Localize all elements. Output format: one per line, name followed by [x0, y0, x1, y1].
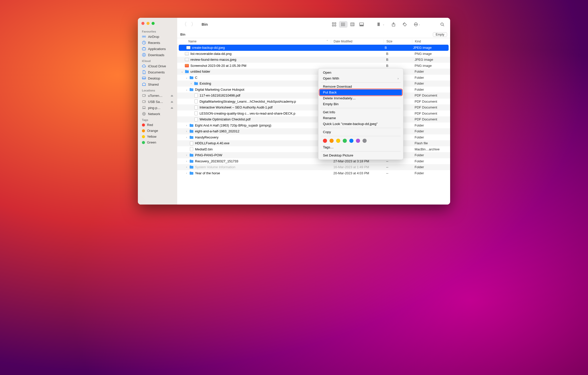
file-row[interactable]: list-recoverable-data-dd.pngBPNG image [177, 51, 450, 57]
disclosure-icon[interactable]: › [185, 130, 188, 133]
menu-item[interactable]: Rename [318, 115, 403, 121]
disclosure-icon[interactable]: ⌄ [185, 88, 188, 91]
sidebar-item[interactable]: Recents [138, 40, 177, 46]
disclosure-icon[interactable]: › [185, 154, 188, 157]
disclosure-icon[interactable]: › [190, 82, 192, 85]
share-button[interactable] [389, 21, 398, 28]
column-name[interactable]: Name⌃ [177, 40, 331, 43]
disclosure-icon[interactable]: › [185, 160, 188, 163]
file-row[interactable]: Website Optimization Checklist.pdfBPDF D… [177, 116, 450, 122]
file-row[interactable]: ⌄Digital Marketing Course Hubspot--Folde… [177, 87, 450, 93]
search-button[interactable] [438, 21, 447, 28]
file-row[interactable]: MediaID.binesMacBin…archive [177, 146, 450, 152]
folder-icon [189, 123, 193, 127]
sidebar-item-label: AirDrop [148, 35, 159, 39]
disclosure-icon[interactable]: ⌄ [185, 76, 188, 79]
sidebar-item-label: uTorren… [148, 94, 162, 98]
file-row[interactable]: ›PING-PANG-POW23-Jun-2023 at 2:58 PM--Fo… [177, 152, 450, 158]
file-row[interactable]: ›System Volume Information16-Mar-2023 at… [177, 164, 450, 170]
column-kind[interactable]: Kind [412, 40, 450, 43]
eject-icon[interactable]: ⏏ [171, 100, 173, 103]
view-gallery-button[interactable] [357, 21, 366, 28]
disclosure-icon[interactable]: › [185, 172, 188, 175]
sidebar-item[interactable]: iCloud Drive [138, 63, 177, 69]
menu-item[interactable]: Copy [318, 129, 403, 135]
eject-icon[interactable]: ⏏ [171, 106, 173, 110]
tags-button[interactable] [400, 21, 409, 28]
sidebar-item[interactable]: ping-p…⏏ [138, 105, 177, 111]
menu-item[interactable]: Open [318, 70, 403, 75]
tag-color-dot[interactable] [356, 139, 360, 143]
menu-item[interactable]: Put Back [320, 89, 402, 95]
file-row[interactable]: ›HandyRecovery--Folder [177, 134, 450, 140]
disclosure-icon[interactable]: › [185, 136, 188, 139]
file-row[interactable]: ›Recovery_20230327_15173327-Mar-2023 at … [177, 158, 450, 164]
view-list-button[interactable] [339, 21, 348, 28]
empty-trash-button[interactable]: Empty [433, 32, 447, 37]
forward-button[interactable]: 〉 [191, 21, 196, 28]
view-columns-button[interactable] [348, 21, 357, 28]
file-row[interactable]: Interactive Worksheet – SEO Authority Au… [177, 104, 450, 111]
back-button[interactable]: 〈 [182, 21, 187, 28]
tag-color-dot[interactable] [336, 139, 340, 143]
menu-item[interactable]: Empty Bin [318, 101, 403, 107]
menu-item[interactable]: Quick Look "create-backup-dd.jpeg" [318, 121, 403, 127]
group-button[interactable]: ⌄ [375, 21, 387, 28]
img-icon [185, 58, 189, 62]
file-row[interactable]: DigitalMarketingStrategy_Learni…hCheckli… [177, 99, 450, 105]
sidebar-item[interactable]: Network [138, 111, 177, 117]
sidebar-item[interactable]: Red [138, 122, 177, 128]
file-row[interactable]: ›Year of the horse20-Mar-2023 at 4:03 PM… [177, 170, 450, 176]
column-size[interactable]: Size [384, 40, 412, 43]
file-row[interactable]: review-found-items-macos.jpegBJPEG image [177, 57, 450, 63]
sidebar-item[interactable]: Green [138, 139, 177, 145]
file-row[interactable]: HDDLLFsetup.4.40.exeBFlash file [177, 140, 450, 146]
menu-item[interactable]: Tags… [318, 144, 403, 150]
sidebar-item[interactable]: Applications [138, 46, 177, 52]
sidebar-item[interactable]: Desktop [138, 75, 177, 81]
tag-color-dot[interactable] [323, 139, 327, 143]
file-row[interactable]: LESSON-creating-quality-blog c…ves-to-re… [177, 111, 450, 117]
window-controls [138, 21, 177, 28]
sidebar-item[interactable]: Shared [138, 81, 177, 87]
tag-color-dot[interactable] [330, 139, 334, 143]
disclosure-icon[interactable]: ⌄ [181, 70, 183, 73]
maximize-button[interactable] [152, 22, 155, 25]
file-row[interactable]: ›Existing--Folder [177, 81, 450, 87]
menu-item[interactable]: Set Desktop Picture [318, 152, 403, 158]
disclosure-icon[interactable]: › [185, 166, 188, 168]
sidebar-item[interactable]: AirDrop [138, 34, 177, 40]
tag-color-dot[interactable] [343, 139, 347, 143]
svg-rect-2 [142, 48, 146, 50]
file-kind: PNG image [412, 52, 450, 56]
menu-item[interactable]: Get Info [318, 109, 403, 115]
disclosure-icon[interactable]: › [185, 124, 188, 127]
tag-color-dot[interactable] [349, 139, 353, 143]
file-row[interactable]: ⌄C--Folder [177, 75, 450, 81]
minimize-button[interactable] [146, 22, 150, 25]
file-row[interactable]: ›Eight And A Half (1963) 720p BRrip_suja… [177, 122, 450, 129]
sidebar-item[interactable]: Downloads [138, 52, 177, 58]
sidebar-item[interactable]: Documents [138, 69, 177, 75]
action-button[interactable]: ⌄ [412, 21, 423, 28]
file-row[interactable]: 117-en-1621618210498.pdfBPDF Document [177, 92, 450, 99]
sidebar-item[interactable]: Yellow [138, 134, 177, 139]
menu-item[interactable]: Open With› [318, 75, 403, 81]
file-row[interactable]: create-backup-dd.jpegBJPEG image [179, 45, 449, 51]
menu-item[interactable]: Delete Immediately… [318, 95, 403, 101]
tag-color-dot[interactable] [363, 139, 367, 143]
sidebar-item[interactable]: Orange [138, 128, 177, 134]
column-date[interactable]: Date Modified [331, 40, 384, 43]
file-row[interactable]: Screenshot 2023-09-20 at 2.05.39 PMBPNG … [177, 63, 450, 69]
eject-icon[interactable]: ⏏ [171, 94, 173, 97]
sidebar-heading: Tags [138, 117, 177, 122]
sidebar-item[interactable]: USB Sa…⏏ [138, 99, 177, 105]
menu-item[interactable]: Remove Download [318, 84, 403, 89]
folder-icon [194, 82, 198, 86]
file-row[interactable]: ›eight-and-a-half-1963_202012--Folder [177, 128, 450, 134]
close-button[interactable] [141, 22, 144, 25]
view-icons-button[interactable] [330, 21, 338, 28]
file-kind: PDF Document [412, 100, 450, 103]
sidebar-item[interactable]: uTorren…⏏ [138, 92, 177, 99]
file-row[interactable]: ⌄untitled folder--Folder [177, 69, 450, 75]
